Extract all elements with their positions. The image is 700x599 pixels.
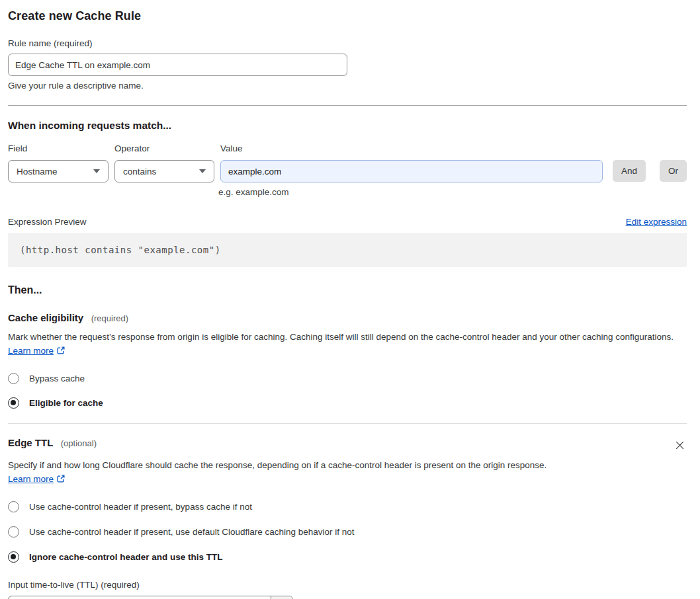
operator-select-value: contains [123,167,156,177]
value-column: Value [220,143,603,182]
radio-button-icon [8,397,19,409]
cache-eligibility-qualifier: (required) [91,313,128,323]
ttl-dropdown-button[interactable] [271,596,292,599]
rule-name-input[interactable] [8,54,347,76]
radio-option-ignore-header-use-ttl[interactable]: Ignore cache-control header and use this… [8,551,687,563]
section-divider [8,105,687,106]
edge-ttl-header: Edge TTL (optional) [8,437,687,452]
or-button[interactable]: Or [660,160,687,182]
rule-name-help: Give your rule a descriptive name. [8,81,687,91]
cache-eligibility-description: Mark whether the request’s response from… [8,330,687,359]
expression-preview-label: Expression Preview [8,217,87,227]
ttl-select[interactable]: 1 day [8,596,293,599]
operator-label: Operator [114,143,214,153]
radio-button-icon [8,501,19,512]
radio-button-icon [8,526,19,538]
radio-option-label: Eligible for cache [29,398,103,408]
field-column: Field Hostname [8,143,109,182]
external-link-icon [56,345,66,359]
radio-option-label: Bypass cache [29,374,85,383]
ttl-select-value: 1 day [9,596,271,599]
edit-expression-link[interactable]: Edit expression [626,217,687,227]
section-divider [8,423,687,424]
external-link-icon [56,473,66,487]
match-builder-row: Field Hostname Operator contains Value A… [8,143,687,182]
radio-option-label: Use cache-control header if present, use… [29,527,355,537]
edge-ttl-heading: Edge TTL [8,437,53,448]
radio-button-icon [8,373,19,384]
expression-preview-code: (http.host contains "example.com") [8,233,687,267]
radio-option-use-header-bypass[interactable]: Use cache-control header if present, byp… [8,501,687,512]
radio-button-icon [8,551,19,563]
cache-eligibility-header: Cache eligibility (required) [8,312,687,324]
value-example-help: e.g. example.com [218,187,687,197]
rule-name-label: Rule name (required) [8,38,687,48]
then-heading: Then... [8,284,687,296]
page-title: Create new Cache Rule [8,9,687,23]
field-select[interactable]: Hostname [8,160,109,182]
cache-eligibility-description-text: Mark whether the request’s response from… [8,332,674,342]
operator-select[interactable]: contains [114,160,214,182]
chevron-down-icon [93,169,100,173]
radio-option-bypass-cache[interactable]: Bypass cache [8,373,687,384]
expression-preview-row: Expression Preview Edit expression [8,217,687,227]
cache-eligibility-heading: Cache eligibility [8,312,83,323]
and-button[interactable]: And [613,160,646,182]
edge-ttl-qualifier: (optional) [61,438,97,448]
ttl-label: Input time-to-live (TTL) (required) [8,580,687,590]
radio-option-label: Use cache-control header if present, byp… [29,502,252,512]
match-heading: When incoming requests match... [8,120,687,132]
chevron-down-icon [199,169,206,173]
create-cache-rule-form: Create new Cache Rule Rule name (require… [0,0,700,599]
edge-ttl-description-text: Specify if and how long Cloudflare shoul… [8,460,547,470]
close-icon[interactable] [673,438,687,452]
value-label: Value [220,143,603,153]
edge-ttl-learn-more-link[interactable]: Learn more [8,474,54,484]
radio-option-use-header-default[interactable]: Use cache-control header if present, use… [8,526,687,538]
radio-option-label: Ignore cache-control header and use this… [29,552,223,562]
value-input[interactable] [220,160,603,182]
operator-column: Operator contains [114,143,214,182]
radio-option-eligible-for-cache[interactable]: Eligible for cache [8,397,687,409]
edge-ttl-description: Specify if and how long Cloudflare shoul… [8,458,562,487]
field-label: Field [8,143,109,153]
cache-eligibility-learn-more-link[interactable]: Learn more [8,346,54,356]
field-select-value: Hostname [17,167,58,177]
